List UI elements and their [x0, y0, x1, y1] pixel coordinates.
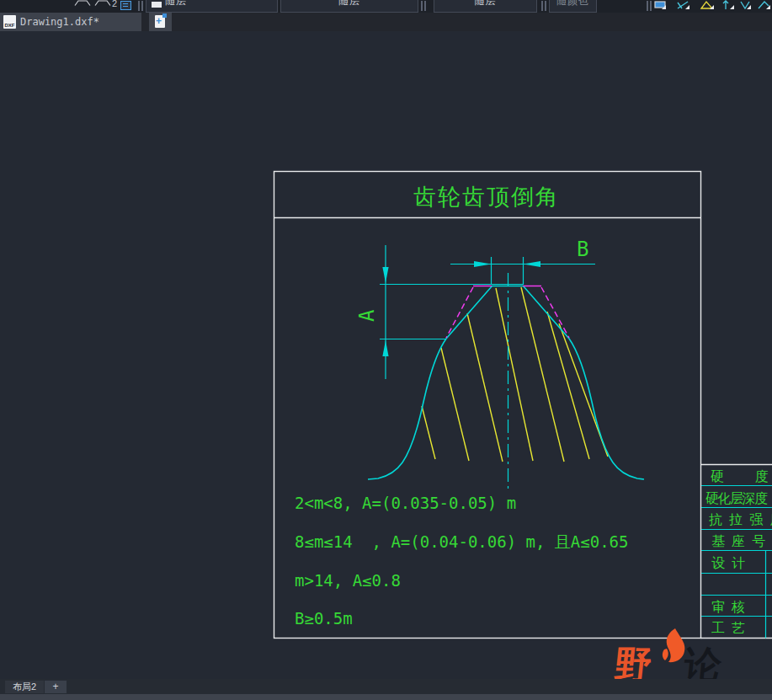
section-hatch-lines [422, 287, 608, 462]
toolbar-separator [424, 1, 426, 11]
toolbar-separator [541, 1, 543, 11]
status-bar-strip [0, 694, 772, 700]
dimension-a-label: A [355, 309, 379, 322]
note-line: 2<m<8, A=(0.035-0.05) m [295, 494, 516, 512]
toolbar-separator [650, 1, 652, 11]
chamfer-formula-notes: 2<m<8, A=(0.035-0.05) m 8≤m≤14 , A=(0.04… [295, 494, 629, 628]
file-tab-bar: DXF Drawing1.dxf* + [0, 13, 772, 31]
gear-tooth-profile [368, 286, 644, 480]
title-block-row: 设 计 [711, 555, 747, 571]
title-block-row: 审 核 [711, 599, 747, 615]
bylayer-swatch-icon [152, 2, 162, 8]
toolbar-separator [138, 1, 140, 11]
new-drawing-button[interactable]: + [149, 13, 172, 31]
note-line: m>14, A≤0.8 [295, 571, 401, 590]
drawing-frame [274, 172, 772, 639]
dimension-b-label: B [577, 238, 588, 261]
toolbar-separator [421, 1, 423, 11]
color-dropdown[interactable]: 随层 [146, 0, 278, 13]
lineweight-dropdown[interactable]: 随层 [434, 0, 537, 13]
file-tab-label: Drawing1.dxf* [20, 16, 99, 28]
dxf-file-icon: DXF [3, 15, 16, 29]
annotation-list-icon[interactable] [120, 1, 131, 10]
dimension-b [450, 257, 595, 285]
linetype-dropdown[interactable]: 随层 [280, 0, 418, 13]
title-block-row: 硬化层深度 [705, 490, 768, 506]
layout-tab-bar: 布局2 + [0, 679, 772, 694]
dropdown-value: 随层 [165, 0, 216, 7]
utility-tool-icons[interactable] [654, 0, 772, 12]
toolbar-separator [647, 1, 648, 11]
title-block-row: 抗 拉 强 度 [709, 511, 772, 527]
drawing-title: 齿轮齿顶倒角 [413, 184, 560, 210]
dropdown-value: 随层 [281, 0, 418, 7]
title-block-row: 基 座 号 [711, 533, 767, 549]
dropdown-value: 随层 [434, 0, 536, 7]
ribbon-properties-strip: 2 随层 随层 随层 随颜色 [0, 0, 772, 13]
new-drawing-icon: + [155, 15, 165, 28]
title-block-row: 工 艺 [711, 620, 747, 636]
dropdown-value: 随颜色 [550, 0, 596, 7]
layout-tab[interactable]: 布局2 [5, 681, 44, 693]
annotation-scale-icons[interactable] [72, 0, 114, 6]
new-layout-button[interactable]: + [45, 681, 67, 693]
toolbar-separator [545, 1, 546, 11]
title-block-labels: 硬 度 硬化层深度 抗 拉 强 度 基 座 号 设 计 审 核 工 艺 [705, 468, 772, 636]
model-canvas[interactable]: 齿轮齿顶倒角 A [0, 0, 772, 700]
title-block-row: 硬 度 [711, 468, 769, 484]
cad-application-window: 2 随层 随层 随层 随颜色 [0, 0, 772, 700]
note-line: B≥0.5m [295, 609, 353, 628]
toolbar-separator [141, 1, 143, 11]
plotstyle-dropdown[interactable]: 随颜色 [549, 0, 597, 13]
scale-badge: 2 [112, 0, 117, 8]
dxf-badge: DXF [3, 23, 16, 28]
note-line: 8≤m≤14 , A=(0.04-0.06) m, 且A≤0.65 [295, 532, 629, 551]
file-tab-drawing1[interactable]: DXF Drawing1.dxf* [0, 13, 141, 31]
